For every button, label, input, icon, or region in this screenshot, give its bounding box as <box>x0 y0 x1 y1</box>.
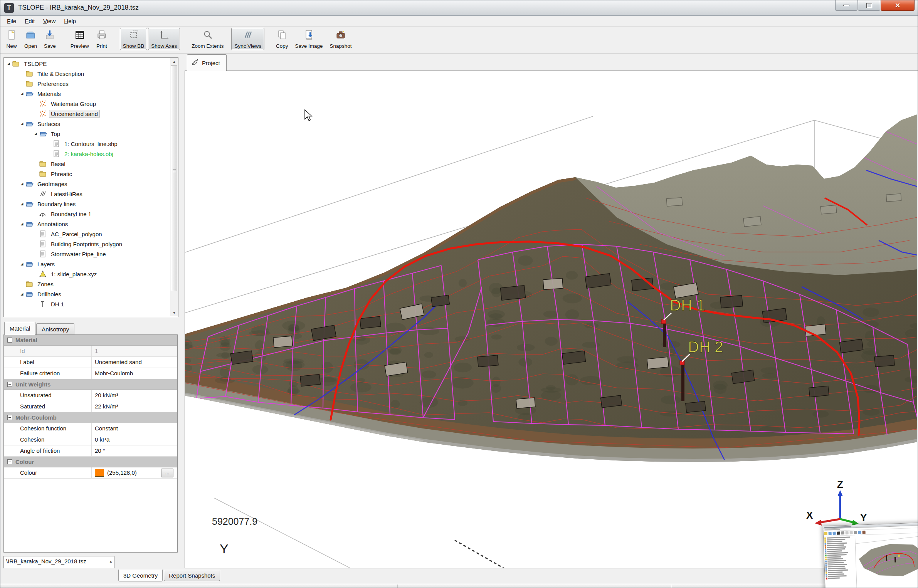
maximize-button[interactable] <box>858 0 880 11</box>
toolbar-save-image[interactable]: Save Image <box>292 28 326 50</box>
minimize-button[interactable] <box>835 0 857 11</box>
tree-item-building-footprints-polygon[interactable]: Building Footprints_polygon <box>4 239 170 249</box>
tree-item-title-description[interactable]: Title & Description <box>4 69 170 79</box>
tree-item-preferences[interactable]: Preferences <box>4 79 170 89</box>
toolbar-new[interactable]: New <box>3 28 20 50</box>
prop-section-material[interactable]: Material <box>4 335 177 346</box>
prop-row-colour[interactable]: Colour(255,128,0)... <box>4 467 177 479</box>
prop-section-unit-weights[interactable]: Unit Weights <box>4 379 177 390</box>
tree-item-label: Stormwater Pipe_line <box>49 250 108 258</box>
colour-picker-button[interactable]: ... <box>161 469 173 477</box>
tree-item-annotations[interactable]: ◢Annotations <box>4 219 170 229</box>
tree-scroll-thumb[interactable] <box>171 66 177 291</box>
menu-help[interactable]: Help <box>60 17 80 25</box>
tree-item-dh-1[interactable]: DH 1 <box>4 299 170 309</box>
colour-swatch[interactable] <box>95 469 104 477</box>
toolbar-show-axes[interactable]: Show Axes <box>148 28 180 50</box>
tree-item-latesthires[interactable]: LatestHiRes <box>4 189 170 199</box>
expander-icon[interactable]: ◢ <box>19 262 25 266</box>
tree-item-surfaces[interactable]: ◢Surfaces <box>4 119 170 129</box>
save-icon <box>44 29 55 42</box>
toolbar-copy[interactable]: Copy <box>273 28 291 50</box>
tab-report-snapshots[interactable]: Report Snapshots <box>164 570 220 581</box>
toolbar-open[interactable]: Open <box>21 28 40 50</box>
expander-icon[interactable]: ◢ <box>19 222 25 226</box>
scroll-grip-icon <box>173 169 176 172</box>
tree-item-boundary-lines[interactable]: ◢Boundary lines <box>4 199 170 209</box>
tree-item-zones[interactable]: Zones <box>4 279 170 289</box>
tree-item-ac-parcel-polygon[interactable]: AC_Parcel_polygon <box>4 229 170 239</box>
prop-row-saturated[interactable]: Saturated22 kN/m³ <box>4 401 177 412</box>
scroll-up-icon[interactable]: ▲ <box>109 559 113 563</box>
tab-material[interactable]: Material <box>4 322 35 335</box>
folder-open-icon <box>25 120 34 128</box>
prop-row-label[interactable]: LabelUncemented sand <box>4 357 177 368</box>
menu-edit[interactable]: Edit <box>20 17 39 25</box>
section-title: Unit Weights <box>15 381 50 388</box>
expander-icon[interactable]: ◢ <box>19 122 25 126</box>
prop-name: Id <box>4 346 92 356</box>
tab-anisotropy[interactable]: Anisotropy <box>36 323 74 335</box>
tree-item-1-contours-line-shp[interactable]: 1: Contours_line.shp <box>4 139 170 149</box>
tree-item-waitemata-group[interactable]: Waitemata Group <box>4 99 170 109</box>
snapshot-icon <box>335 29 346 42</box>
expander-icon[interactable]: ◢ <box>19 182 25 186</box>
expander-icon[interactable]: ◢ <box>32 132 39 136</box>
tree-item-1-slide-plane-xyz[interactable]: 1: slide_plane.xyz <box>4 269 170 279</box>
tree-item-basal[interactable]: Basal <box>4 159 170 169</box>
scroll-down-icon[interactable]: ▼ <box>170 309 178 316</box>
prop-row-cohesion[interactable]: Cohesion0 kPa <box>4 434 177 445</box>
expander-icon[interactable]: ◢ <box>19 92 25 96</box>
prop-name: Cohesion <box>4 434 92 445</box>
tree-item-label: Surfaces <box>35 120 62 128</box>
expander-icon[interactable]: ◢ <box>19 202 25 206</box>
scroll-up-icon[interactable]: ▲ <box>170 58 178 65</box>
toolbar-zoom-extents[interactable]: Zoom Extents <box>188 28 227 50</box>
collapse-icon[interactable] <box>7 338 12 343</box>
menu-file[interactable]: File <box>3 17 20 25</box>
close-button[interactable]: ✕ <box>881 0 915 11</box>
viewport-3d[interactable]: DH 1 DH 2 5920077.9 Y X Y Z <box>185 71 918 568</box>
prop-row-cohesion-function[interactable]: Cohesion functionConstant <box>4 423 177 434</box>
tree-item-tslope[interactable]: ◢TSLOPE <box>4 59 170 69</box>
prop-row-id[interactable]: Id1 <box>4 346 177 357</box>
tree-item-top[interactable]: ◢Top <box>4 129 170 139</box>
section-title: Material <box>15 337 37 343</box>
tree-item-layers[interactable]: ◢Layers <box>4 259 170 269</box>
tree-item-phreatic[interactable]: Phreatic <box>4 169 170 179</box>
tree-item-boundaryline-1[interactable]: BoundaryLine 1 <box>4 209 170 219</box>
layer-icon <box>39 270 47 278</box>
toolbar-print[interactable]: Print <box>93 28 111 50</box>
tree-item-label: LatestHiRes <box>49 190 84 198</box>
mini-preview-window[interactable] <box>823 522 918 588</box>
toolbar-show-bb[interactable]: Show BB <box>120 28 148 50</box>
prop-section-colour[interactable]: Colour <box>4 457 177 467</box>
tab-3d-geometry[interactable]: 3D Geometry <box>118 570 163 581</box>
prop-row-failure-criterion[interactable]: Failure criterionMohr-Coulomb <box>4 368 177 379</box>
toolbar-save[interactable]: Save <box>41 28 59 50</box>
collapse-icon[interactable] <box>7 415 12 420</box>
toolbar-preview[interactable]: Preview <box>67 28 92 50</box>
menu-view[interactable]: View <box>39 17 60 25</box>
tree-item-materials[interactable]: ◢Materials <box>4 89 170 99</box>
toolbar-sync-views[interactable]: Sync Views <box>231 28 264 50</box>
tab-project[interactable]: Project <box>187 54 227 71</box>
tree-item-uncemented-sand[interactable]: Uncemented sand <box>4 109 170 119</box>
folder-open-icon <box>39 130 47 138</box>
tree-item-drillholes[interactable]: ◢Drillholes <box>4 289 170 299</box>
collapse-icon[interactable] <box>7 382 12 387</box>
collapse-icon[interactable] <box>7 459 12 464</box>
title-bar[interactable]: T TSLOPE - IRB_karaka_Nov_29_2018.tsz ✕ <box>0 0 918 16</box>
tree-item-2-karaka-holes-obj[interactable]: 2: karaka-holes.obj <box>4 149 170 159</box>
toolbar-snapshot[interactable]: Snapshot <box>327 28 355 50</box>
scene-3d: DH 1 DH 2 5920077.9 Y X Y Z <box>185 71 918 568</box>
tree-scrollbar[interactable]: ▲ ▼ <box>170 58 178 316</box>
prop-row-angle-of-friction[interactable]: Angle of friction20 ° <box>4 445 177 457</box>
tree-item-stormwater-pipe-line[interactable]: Stormwater Pipe_line <box>4 249 170 259</box>
tree-item-geoimages[interactable]: ◢GeoImages <box>4 179 170 189</box>
prop-row-unsaturated[interactable]: Unsaturated20 kN/m³ <box>4 390 177 401</box>
expander-icon[interactable]: ◢ <box>19 292 25 296</box>
doc-icon <box>52 150 61 158</box>
prop-section-mohr-coulomb[interactable]: Mohr-Coulomb <box>4 412 177 423</box>
expander-icon[interactable]: ◢ <box>5 62 12 66</box>
